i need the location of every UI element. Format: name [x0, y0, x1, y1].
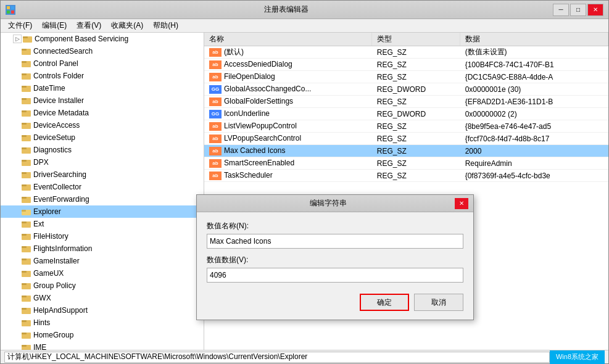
folder-icon	[22, 318, 31, 327]
table-row[interactable]: GGIconUnderline REG_DWORD 0x00000002 (2)	[204, 108, 608, 120]
reg-name-cell: abFileOpenDialog	[204, 71, 372, 83]
folder-icon	[22, 331, 31, 339]
tree-item[interactable]: Ext	[1, 218, 204, 230]
tree-item[interactable]: ConnectedSearch	[1, 45, 204, 57]
tree-item[interactable]: Hints	[1, 316, 204, 329]
col-name: 名称	[204, 33, 372, 46]
tree-item[interactable]: Controls Folder	[1, 70, 204, 82]
reg-data-cell: 2000	[460, 145, 608, 157]
tree-item[interactable]: GameInstaller	[1, 255, 204, 267]
dialog-body: 数值名称(N): 数值数据(V): 确定 取消	[197, 212, 473, 320]
tree-item-label: FlightsInformation	[33, 244, 92, 253]
table-row[interactable]: abGlobalFolderSettings REG_SZ {EF8AD2D1-…	[204, 96, 608, 108]
reg-data-cell: {EF8AD2D1-AE36-11D1-B	[460, 96, 608, 108]
tree-item[interactable]: Device Metadata	[1, 107, 204, 119]
menu-file[interactable]: 文件(F)	[3, 19, 37, 32]
close-button[interactable]: ✕	[587, 4, 603, 16]
table-row[interactable]: abListViewPopupControl REG_SZ {8be9f5ea-…	[204, 120, 608, 133]
tree-item-label: ConnectedSearch	[33, 47, 93, 56]
status-bar: 计算机\HKEY_LOCAL_MACHINE\SOFTWARE\Microsof…	[1, 350, 608, 363]
folder-icon	[22, 109, 31, 117]
tree-item[interactable]: Device Installer	[1, 94, 204, 107]
reg-data-cell: {100B4FC8-74C1-470F-B1	[460, 59, 608, 71]
reg-type-cell: REG_SZ	[372, 120, 460, 133]
table-row[interactable]: abTaskScheduler REG_SZ {0f87369f-a4e5-4c…	[204, 170, 608, 182]
svg-rect-9	[22, 61, 27, 63]
dialog-close-button[interactable]: ✕	[455, 198, 468, 209]
dialog-cancel-button[interactable]: 取消	[414, 294, 463, 311]
tree-item[interactable]: FlightsInformation	[1, 242, 204, 255]
folder-icon	[22, 294, 31, 302]
reg-name-cell: abListViewPopupControl	[204, 120, 372, 133]
table-row[interactable]: ab(默认) REG_SZ (数值未设置)	[204, 46, 608, 59]
reg-name-cell: abLVPopupSearchControl	[204, 133, 372, 145]
reg-type-cell: REG_SZ	[372, 145, 460, 157]
dialog-data-input[interactable]	[207, 268, 463, 283]
tree-item[interactable]: DriverSearching	[1, 168, 204, 181]
tree-item[interactable]: Control Panel	[1, 57, 204, 70]
tree-item[interactable]: EventForwarding	[1, 193, 204, 205]
tree-item[interactable]: FileHistory	[1, 230, 204, 242]
tree-item[interactable]: GameUX	[1, 267, 204, 279]
dialog-ok-button[interactable]: 确定	[360, 294, 409, 311]
table-row[interactable]: abMax Cached Icons REG_SZ 2000	[204, 145, 608, 157]
tree-item[interactable]: GWX	[1, 292, 204, 304]
reg-data-cell: {fccf70c8-f4d7-4d8b-8c17	[460, 133, 608, 145]
reg-name-cell: abSmartScreenEnabled	[204, 157, 372, 170]
tree-item[interactable]: Diagnostics	[1, 144, 204, 156]
table-row[interactable]: abLVPopupSearchControl REG_SZ {fccf70c8-…	[204, 133, 608, 145]
svg-rect-21	[22, 135, 27, 137]
tree-item-label: DriverSearching	[33, 170, 86, 179]
tree-item[interactable]: ▷ Component Based Servicing	[1, 33, 204, 45]
tree-item-label: Component Based Servicing	[35, 35, 128, 43]
tree-item[interactable]: Group Policy	[1, 279, 204, 292]
tree-item[interactable]: HelpAndSupport	[1, 304, 204, 316]
tree-item-explorer[interactable]: Explorer	[1, 205, 204, 218]
folder-icon	[22, 59, 31, 68]
reg-data-cell: 0x0000001e (30)	[460, 83, 608, 96]
folder-icon	[22, 281, 31, 290]
tree-item-label: DeviceSetup	[33, 133, 75, 142]
menu-edit[interactable]: 编辑(E)	[37, 19, 72, 32]
menu-help[interactable]: 帮助(H)	[148, 19, 183, 32]
reg-type-cell: REG_DWORD	[372, 83, 460, 96]
win8-badge-text: Win8系统之家	[556, 352, 599, 362]
tree-item[interactable]: IME	[1, 341, 204, 350]
status-path-text: 计算机\HKEY_LOCAL_MACHINE\SOFTWARE\Microsof…	[7, 352, 307, 362]
folder-icon	[22, 183, 31, 191]
svg-rect-5	[23, 36, 28, 38]
menu-view[interactable]: 查看(V)	[72, 19, 106, 32]
tree-item[interactable]: DeviceSetup	[1, 131, 204, 144]
reg-data-cell: {0f87369f-a4e5-4cfc-bd3e	[460, 170, 608, 182]
table-row[interactable]: GGGlobalAssocChangedCo... REG_DWORD 0x00…	[204, 83, 608, 96]
table-row[interactable]: abFileOpenDialog REG_SZ {DC1C5A9C-E88A-4…	[204, 71, 608, 83]
tree-item-label: Device Metadata	[33, 109, 89, 117]
dialog-name-label: 数值名称(N):	[207, 221, 463, 231]
reg-type-cell: REG_SZ	[372, 46, 460, 59]
svg-rect-3	[11, 10, 14, 14]
reg-name-cell: abTaskScheduler	[204, 170, 372, 182]
table-row[interactable]: abAccessDeniedDialog REG_SZ {100B4FC8-74…	[204, 59, 608, 71]
folder-icon	[22, 195, 31, 204]
minimize-button[interactable]: ─	[553, 4, 569, 16]
folder-icon	[22, 84, 31, 93]
tree-item[interactable]: DateTime	[1, 82, 204, 94]
menu-favorites[interactable]: 收藏夹(A)	[106, 19, 148, 32]
tree-item[interactable]: EventCollector	[1, 181, 204, 193]
tree-item[interactable]: DPX	[1, 156, 204, 168]
title-controls: ─ □ ✕	[553, 4, 603, 16]
dialog-name-input[interactable]	[207, 234, 463, 249]
expand-icon[interactable]: ▷	[13, 35, 22, 43]
tree-item[interactable]: DeviceAccess	[1, 119, 204, 131]
tree-pane[interactable]: ▷ Component Based Servicing ConnectedSea…	[1, 33, 204, 350]
folder-icon	[22, 96, 31, 105]
tree-item-label: GWX	[33, 294, 51, 302]
window-title: 注册表编辑器	[19, 4, 553, 15]
reg-type-cell: REG_SZ	[372, 59, 460, 71]
svg-rect-27	[22, 172, 27, 174]
svg-rect-0	[7, 6, 10, 9]
maximize-button[interactable]: □	[570, 4, 586, 16]
tree-item[interactable]: HomeGroup	[1, 329, 204, 341]
edit-string-dialog: 编辑字符串 ✕ 数值名称(N): 数值数据(V): 确定 取消	[196, 194, 474, 320]
table-row[interactable]: abSmartScreenEnabled REG_SZ RequireAdmin	[204, 157, 608, 170]
